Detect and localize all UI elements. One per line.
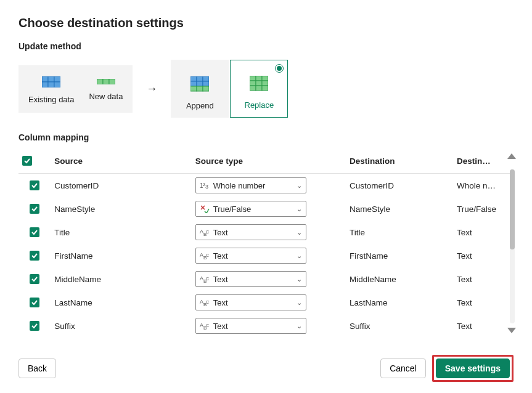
svg-rect-5 bbox=[48, 82, 54, 87]
row-source: Suffix bbox=[51, 314, 191, 336]
scroll-down-icon[interactable] bbox=[507, 328, 516, 333]
page-root: Choose destination settings Update metho… bbox=[0, 0, 532, 393]
update-method-row: Existing data New data → bbox=[18, 60, 514, 118]
table-row: NameStyleTrue/False⌄NameStyleTrue/False bbox=[18, 197, 514, 221]
type-icon bbox=[200, 205, 210, 213]
svg-rect-23 bbox=[256, 81, 262, 86]
source-type-select[interactable]: True/False⌄ bbox=[195, 201, 306, 217]
column-mapping-heading: Column mapping bbox=[18, 132, 514, 142]
svg-rect-14 bbox=[197, 81, 203, 86]
row-source: MiddleName bbox=[51, 267, 191, 291]
svg-rect-19 bbox=[250, 76, 256, 81]
row-source: CustomerID bbox=[51, 174, 191, 198]
table-row: FirstNameABCText⌄FirstNameText bbox=[18, 244, 514, 267]
svg-text:C: C bbox=[206, 277, 209, 281]
back-button[interactable]: Back bbox=[18, 359, 56, 378]
svg-rect-11 bbox=[197, 76, 203, 81]
row-destination: MiddleName bbox=[346, 267, 453, 291]
svg-text:C: C bbox=[206, 300, 209, 304]
row-destination-type: Text bbox=[453, 314, 514, 336]
source-type-label: Whole number bbox=[213, 181, 293, 190]
header-source: Source bbox=[51, 151, 191, 174]
source-type-label: Text bbox=[213, 251, 293, 261]
table-row: LastNameABCText⌄LastNameText bbox=[18, 291, 514, 314]
header-destination: Destination bbox=[346, 151, 453, 174]
source-type-label: Text bbox=[213, 322, 293, 331]
option-replace[interactable]: Replace bbox=[230, 60, 288, 118]
arrow-icon: → bbox=[146, 83, 157, 95]
chevron-down-icon: ⌄ bbox=[297, 299, 302, 307]
chevron-down-icon: ⌄ bbox=[297, 275, 302, 283]
svg-rect-13 bbox=[190, 81, 197, 86]
row-destination-type: Whole n… bbox=[453, 174, 514, 198]
select-all-checkbox[interactable] bbox=[22, 156, 32, 166]
row-checkbox[interactable] bbox=[30, 180, 39, 190]
type-icon: ABC bbox=[200, 228, 210, 237]
svg-rect-21 bbox=[262, 76, 268, 81]
source-type-label: Text bbox=[213, 228, 293, 237]
legend-new-label: New data bbox=[89, 92, 123, 101]
row-destination-type: Text bbox=[453, 291, 514, 314]
radio-selected-icon bbox=[275, 64, 284, 73]
chevron-down-icon: ⌄ bbox=[297, 322, 302, 330]
source-type-select[interactable]: ABCText⌄ bbox=[195, 294, 306, 310]
table-row: CustomerID123Whole number⌄CustomerIDWhol… bbox=[18, 174, 514, 198]
svg-rect-12 bbox=[203, 76, 209, 81]
svg-rect-7 bbox=[97, 79, 103, 84]
save-settings-button[interactable]: Save settings bbox=[436, 359, 510, 378]
row-destination: LastName bbox=[346, 291, 453, 314]
option-append[interactable]: Append bbox=[171, 60, 229, 118]
type-icon: ABC bbox=[200, 298, 210, 307]
table-row: MiddleNameABCText⌄MiddleNameText bbox=[18, 267, 514, 291]
svg-text:C: C bbox=[206, 253, 209, 257]
table-row: TitleABCText⌄TitleText bbox=[18, 221, 514, 244]
scroll-thumb[interactable] bbox=[510, 169, 515, 249]
header-source-type: Source type bbox=[192, 151, 346, 174]
legend-new: New data bbox=[89, 79, 123, 101]
type-icon: ABC bbox=[200, 275, 210, 283]
svg-text:3: 3 bbox=[205, 184, 208, 190]
data-legend-card: Existing data New data bbox=[18, 65, 133, 113]
mapping-table: Source Source type Destination Destin… C… bbox=[18, 151, 514, 336]
legend-existing-label: Existing data bbox=[28, 95, 74, 104]
svg-rect-3 bbox=[54, 76, 60, 82]
row-destination-type: Text bbox=[453, 244, 514, 267]
new-data-icon bbox=[97, 79, 115, 84]
svg-rect-24 bbox=[262, 81, 268, 86]
svg-rect-18 bbox=[203, 86, 209, 91]
row-checkbox[interactable] bbox=[30, 204, 39, 214]
source-type-select[interactable]: ABCText⌄ bbox=[195, 248, 306, 264]
chevron-down-icon: ⌄ bbox=[297, 252, 302, 260]
legend-existing: Existing data bbox=[28, 76, 74, 104]
row-checkbox[interactable] bbox=[30, 251, 39, 261]
row-checkbox[interactable] bbox=[30, 227, 39, 237]
source-type-select[interactable]: ABCText⌄ bbox=[195, 271, 306, 287]
cancel-button[interactable]: Cancel bbox=[380, 359, 426, 378]
source-type-select[interactable]: ABCText⌄ bbox=[195, 224, 306, 240]
row-checkbox[interactable] bbox=[30, 298, 39, 307]
svg-text:C: C bbox=[206, 230, 209, 234]
scroll-up-icon[interactable] bbox=[507, 153, 516, 159]
header-destination-type: Destin… bbox=[453, 151, 514, 174]
existing-data-icon bbox=[42, 76, 60, 87]
header-checkbox-cell bbox=[18, 151, 51, 174]
row-checkbox[interactable] bbox=[30, 274, 39, 284]
source-type-label: Text bbox=[213, 298, 293, 307]
option-replace-label: Replace bbox=[245, 100, 274, 110]
svg-rect-20 bbox=[256, 76, 262, 81]
option-cards: Append Replace bbox=[171, 60, 288, 118]
svg-rect-8 bbox=[103, 79, 109, 84]
type-icon: 123 bbox=[200, 181, 210, 190]
source-type-select[interactable]: ABCText⌄ bbox=[195, 318, 306, 334]
row-checkbox[interactable] bbox=[30, 321, 39, 331]
update-method-heading: Update method bbox=[18, 41, 514, 51]
type-icon: ABC bbox=[200, 251, 210, 260]
table-row: SuffixABCText⌄SuffixText bbox=[18, 314, 514, 336]
source-type-select[interactable]: 123Whole number⌄ bbox=[195, 177, 306, 193]
source-type-label: True/False bbox=[213, 205, 293, 214]
svg-rect-22 bbox=[250, 81, 256, 86]
row-destination-type: True/False bbox=[453, 197, 514, 221]
mapping-area: Source Source type Destination Destin… C… bbox=[18, 151, 514, 336]
append-icon bbox=[190, 76, 209, 92]
row-destination-type: Text bbox=[453, 267, 514, 291]
